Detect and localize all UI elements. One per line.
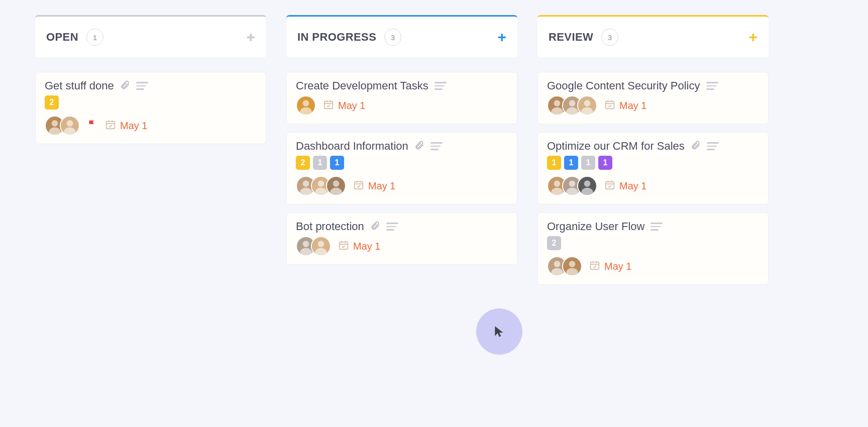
card-title-row: Google Content Security Policy <box>547 79 759 92</box>
svg-point-24 <box>333 180 340 187</box>
subtask-badge[interactable]: 2 <box>45 95 59 110</box>
assignee-avatars[interactable] <box>296 176 346 196</box>
due-date[interactable]: May 1 <box>323 99 365 112</box>
subtask-badge[interactable]: 1 <box>313 156 327 170</box>
add-task-button[interactable]: + <box>748 30 757 45</box>
subtask-badge[interactable]: 1 <box>330 156 344 170</box>
svg-rect-62 <box>606 182 614 189</box>
svg-point-47 <box>584 100 591 106</box>
task-card[interactable]: Organize User Flow2May 1 <box>537 212 769 285</box>
subtask-badge[interactable]: 1 <box>564 156 578 170</box>
avatar[interactable] <box>296 95 316 116</box>
due-date[interactable]: May 1 <box>353 179 395 192</box>
assignee-avatars[interactable] <box>547 95 597 116</box>
column-header[interactable]: IN PROGRESS3+ <box>286 15 517 58</box>
due-date[interactable]: May 1 <box>105 119 147 132</box>
task-card[interactable]: Get stuff done2May 1 <box>35 72 266 144</box>
svg-point-44 <box>569 100 576 106</box>
column-in-progress: IN PROGRESS3+Create Development TasksMay… <box>286 15 517 285</box>
task-card[interactable]: Google Content Security PolicyMay 1 <box>537 72 769 124</box>
due-date-text: May 1 <box>120 120 147 132</box>
svg-point-4 <box>67 120 73 127</box>
card-list: Create Development TasksMay 1Dashboard I… <box>286 72 517 265</box>
card-bottom-row: May 1 <box>296 95 508 116</box>
card-title-row: Organize User Flow <box>547 220 759 233</box>
assignee-avatars[interactable] <box>296 236 331 256</box>
badges-row: 2 <box>45 95 257 110</box>
description-icon <box>435 82 447 89</box>
svg-rect-36 <box>340 242 348 250</box>
avatar[interactable] <box>60 116 80 136</box>
avatar[interactable] <box>577 176 597 196</box>
card-title-row: Bot protection <box>296 220 508 233</box>
badges-row: 211 <box>296 156 508 170</box>
due-date-text: May 1 <box>604 261 631 272</box>
due-date[interactable]: May 1 <box>338 240 380 253</box>
card-title-row: Get stuff done <box>45 79 257 92</box>
calendar-icon <box>604 179 615 192</box>
column-title: OPEN <box>46 31 78 44</box>
subtask-badge[interactable]: 1 <box>547 156 561 170</box>
attachment-icon <box>414 140 424 152</box>
attachment-icon <box>691 140 701 152</box>
subtask-badge[interactable]: 1 <box>598 156 612 170</box>
column-title: REVIEW <box>549 31 593 44</box>
description-icon <box>706 82 718 89</box>
column-title: IN PROGRESS <box>297 31 376 44</box>
svg-rect-72 <box>591 262 599 270</box>
subtask-badge[interactable]: 1 <box>581 156 595 170</box>
calendar-icon <box>589 260 600 273</box>
description-icon <box>650 223 663 230</box>
card-bottom-row: May 1 <box>547 256 759 276</box>
description-icon <box>136 82 148 89</box>
due-date-text: May 1 <box>619 180 646 192</box>
subtask-badge[interactable]: 2 <box>296 156 310 170</box>
calendar-icon <box>338 240 349 253</box>
svg-point-31 <box>303 241 309 247</box>
card-bottom-row: May 1 <box>296 236 508 256</box>
add-task-button[interactable]: + <box>246 30 255 45</box>
svg-point-70 <box>569 261 576 267</box>
svg-point-57 <box>569 180 576 187</box>
assignee-avatars[interactable] <box>296 95 316 116</box>
task-card[interactable]: Create Development TasksMay 1 <box>286 72 517 124</box>
card-title: Create Development Tasks <box>296 79 428 92</box>
due-date[interactable]: May 1 <box>604 99 646 112</box>
due-date[interactable]: May 1 <box>589 260 631 273</box>
due-date-text: May 1 <box>619 100 646 112</box>
svg-rect-26 <box>355 182 363 189</box>
column-header[interactable]: OPEN1+ <box>35 15 266 58</box>
priority-flag-icon[interactable] <box>87 119 98 132</box>
calendar-icon <box>105 119 116 132</box>
svg-point-60 <box>584 180 591 187</box>
avatar[interactable] <box>562 256 582 276</box>
assignee-avatars[interactable] <box>45 116 80 136</box>
subtask-badge[interactable]: 2 <box>547 236 561 250</box>
svg-point-67 <box>554 261 561 267</box>
svg-rect-13 <box>324 101 333 109</box>
svg-rect-49 <box>606 101 614 109</box>
add-task-button[interactable]: + <box>497 30 506 45</box>
card-title: Organize User Flow <box>547 220 644 233</box>
avatar[interactable] <box>577 95 597 116</box>
description-icon <box>707 142 719 150</box>
task-card[interactable]: Dashboard Information211May 1 <box>286 132 517 204</box>
avatar[interactable] <box>311 236 331 256</box>
card-list: Google Content Security PolicyMay 1Optim… <box>537 72 769 285</box>
card-title: Bot protection <box>296 220 364 233</box>
due-date[interactable]: May 1 <box>604 179 646 192</box>
column-header[interactable]: REVIEW3+ <box>537 15 769 58</box>
card-title: Get stuff done <box>45 79 114 92</box>
task-card[interactable]: Optimize our CRM for Sales1111May 1 <box>537 132 769 204</box>
svg-point-1 <box>52 120 58 127</box>
task-card[interactable]: Bot protectionMay 1 <box>286 212 517 265</box>
calendar-icon <box>323 99 334 112</box>
assignee-avatars[interactable] <box>547 176 597 196</box>
due-date-text: May 1 <box>368 180 395 192</box>
avatar[interactable] <box>326 176 346 196</box>
calendar-icon <box>604 99 615 112</box>
assignee-avatars[interactable] <box>547 256 582 276</box>
column-review: REVIEW3+Google Content Security PolicyMa… <box>537 15 769 285</box>
column-count: 1 <box>86 29 103 46</box>
svg-point-11 <box>303 100 309 106</box>
